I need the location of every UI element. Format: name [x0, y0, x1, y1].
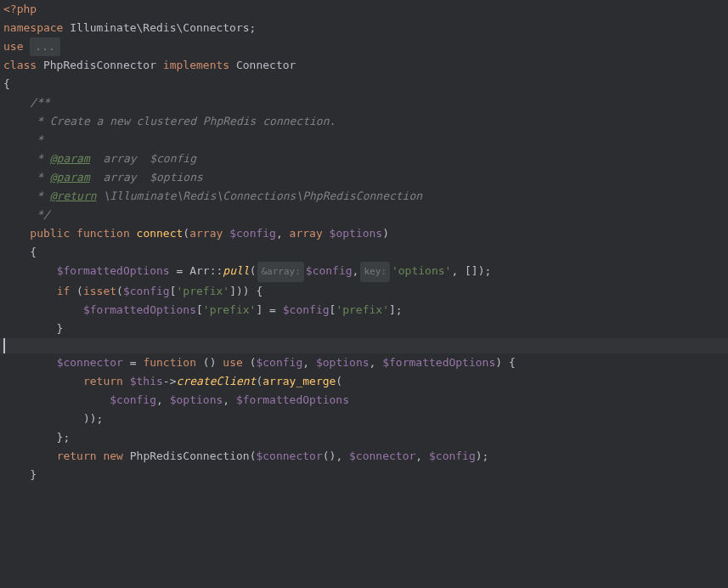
keyword-function: function: [76, 224, 130, 243]
code-line[interactable]: }: [0, 466, 728, 484]
code-line[interactable]: {: [0, 243, 728, 262]
semicolon: ;: [63, 428, 70, 447]
brace: {: [502, 353, 516, 372]
variable: $connector: [256, 447, 322, 466]
keyword-implements: implements: [163, 56, 229, 75]
paren: ): [495, 353, 502, 372]
code-line[interactable]: $config, $options, $formattedOptions: [0, 391, 728, 410]
paren: ): [476, 447, 483, 466]
method-call: pull: [223, 262, 249, 282]
paren: (: [183, 224, 189, 243]
code-line[interactable]: $formattedOptions = Arr::pull( &array: $…: [0, 262, 728, 282]
doc-variable: $options: [150, 168, 203, 187]
variable: $formattedOptions: [236, 391, 349, 410]
bracket: [: [196, 301, 203, 319]
code-line[interactable]: * @return \Illuminate\Redis\Connections\…: [0, 187, 728, 206]
doc-return-type: \Illuminate\Redis\Connections\PhpRedisCo…: [97, 187, 423, 206]
text: [309, 353, 316, 372]
doc-comment: *: [3, 131, 43, 150]
comma: ,: [451, 262, 458, 282]
bracket: ]: [229, 282, 236, 301]
brace: }: [3, 319, 63, 338]
operator: =: [262, 301, 282, 319]
doc-comment: /**: [3, 93, 50, 112]
text: [3, 353, 57, 372]
code-line[interactable]: public function connect(array $config, a…: [0, 224, 728, 243]
semicolon: ;: [97, 410, 104, 428]
variable: $config: [110, 391, 156, 410]
string-literal: 'options': [392, 262, 451, 282]
code-line[interactable]: if (isset($config['prefix'])) {: [0, 282, 728, 301]
paren: (: [243, 353, 257, 372]
brace: }: [3, 466, 37, 484]
bracket: [: [170, 282, 177, 301]
code-line[interactable]: */: [0, 206, 728, 224]
code-line[interactable]: *: [0, 131, 728, 150]
text: [422, 447, 429, 466]
variable: $formattedOptions: [83, 301, 196, 319]
comma: ,: [370, 353, 376, 372]
text: [97, 447, 104, 466]
doc-param-tag: @param: [50, 150, 90, 168]
variable: $config: [123, 282, 170, 301]
code-fold-indicator[interactable]: ...: [30, 37, 59, 56]
code-line[interactable]: * @param array $config: [0, 150, 728, 168]
code-line[interactable]: };: [0, 428, 728, 447]
scope: ::: [210, 262, 223, 282]
comma: ,: [353, 262, 359, 282]
doc-type: array: [90, 150, 150, 168]
doc-comment-prefix: *: [3, 150, 50, 168]
bracket: ]: [389, 301, 396, 319]
doc-comment: * Create a new clustered PhpRedis connec…: [3, 112, 336, 131]
keyword-use: use: [223, 353, 242, 372]
comma: ,: [276, 224, 283, 243]
code-line[interactable]: * @param array $options: [0, 168, 728, 187]
paren: )): [236, 282, 250, 301]
keyword-use: use: [3, 37, 23, 56]
variable: $connector: [57, 353, 123, 372]
variable: $config: [306, 262, 353, 282]
string-literal: 'prefix': [203, 301, 257, 319]
php-open-tag: <?php: [3, 0, 37, 19]
text: [123, 447, 130, 466]
array-literal: []: [458, 262, 477, 282]
comma: ,: [302, 353, 309, 372]
text: [223, 224, 229, 243]
paren: (): [323, 447, 336, 466]
paren: (: [250, 447, 257, 466]
code-line[interactable]: * Create a new clustered PhpRedis connec…: [0, 112, 728, 131]
string-literal: 'prefix': [177, 282, 230, 301]
variable: $config: [429, 447, 476, 466]
code-line[interactable]: class PhpRedisConnector implements Conne…: [0, 56, 728, 75]
class-name: PhpRedisConnector: [43, 56, 156, 75]
code-line[interactable]: <?php: [0, 0, 728, 19]
bracket: [: [330, 301, 336, 319]
string-literal: 'prefix': [336, 301, 389, 319]
paren: ): [478, 262, 485, 282]
code-line[interactable]: /**: [0, 93, 728, 112]
code-line[interactable]: $connector = function () use ($config, $…: [0, 353, 728, 372]
code-line[interactable]: return new PhpRedisConnection($connector…: [0, 447, 728, 466]
paren: (: [70, 282, 83, 301]
variable: $config: [229, 224, 276, 243]
text: [3, 282, 57, 301]
code-line[interactable]: return $this->createClient(array_merge(: [0, 372, 728, 391]
code-editor[interactable]: <?php namespace Illuminate\Redis\Connect…: [0, 0, 728, 484]
text: [3, 224, 30, 243]
comma: ,: [223, 391, 229, 410]
keyword-namespace: namespace: [3, 19, 63, 37]
code-line[interactable]: use ...: [0, 37, 728, 56]
text-caret: [3, 338, 5, 353]
code-line[interactable]: }: [0, 319, 728, 338]
function-name: connect: [137, 224, 183, 243]
code-line[interactable]: namespace Illuminate\Redis\Connectors;: [0, 19, 728, 37]
code-line[interactable]: ));: [0, 410, 728, 428]
code-line[interactable]: $formattedOptions['prefix'] = $config['p…: [0, 301, 728, 319]
code-line[interactable]: {: [0, 75, 728, 93]
code-line-current[interactable]: [0, 338, 728, 353]
variable: $options: [330, 224, 383, 243]
text: [123, 372, 130, 391]
operator: =: [170, 262, 189, 282]
comma: ,: [336, 447, 342, 466]
variable: $options: [170, 391, 223, 410]
